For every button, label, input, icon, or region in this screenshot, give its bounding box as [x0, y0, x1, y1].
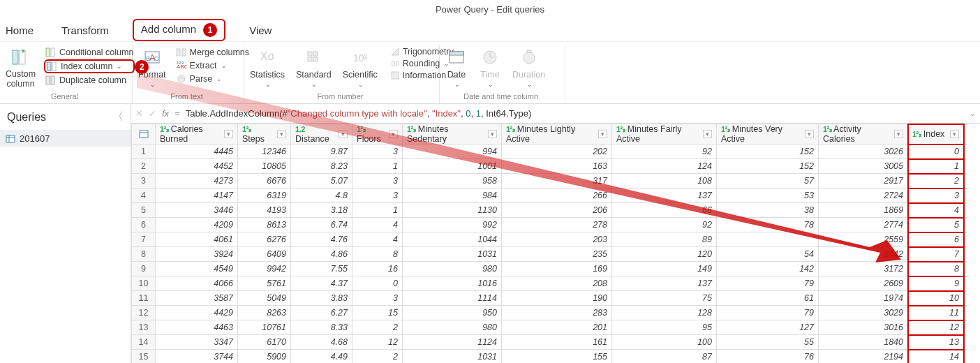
filter-dropdown-icon[interactable]: ▾	[389, 130, 398, 138]
cell[interactable]: 1	[908, 159, 964, 174]
cell[interactable]: 38	[717, 203, 819, 218]
cell[interactable]: 3026	[819, 145, 908, 159]
cell[interactable]: 1044	[403, 232, 502, 247]
tab-add-column[interactable]: Add column 1	[133, 19, 225, 41]
cell[interactable]: 12346	[238, 145, 291, 159]
cell[interactable]: 92	[612, 218, 717, 232]
cell[interactable]: 12	[352, 335, 403, 350]
cell[interactable]: 9942	[238, 262, 291, 276]
cell[interactable]: 89	[612, 232, 717, 247]
column-header[interactable]: 1²₃ Activity Calories▾	[819, 124, 908, 145]
row-number[interactable]: 11	[132, 291, 156, 306]
cell[interactable]: 7.55	[291, 262, 352, 276]
cell[interactable]: 14	[908, 350, 964, 364]
cell[interactable]: 5049	[238, 291, 291, 306]
cell[interactable]: 8613	[238, 218, 291, 232]
cell[interactable]: 8263	[238, 306, 291, 320]
row-number[interactable]: 2	[132, 159, 156, 174]
cell[interactable]: 4	[352, 218, 403, 232]
cell[interactable]: 1114	[403, 291, 502, 306]
cell[interactable]: 1124	[403, 335, 502, 350]
filter-dropdown-icon[interactable]: ▾	[277, 130, 286, 138]
cell[interactable]: 3172	[819, 262, 908, 276]
cell[interactable]: 4.86	[291, 247, 352, 262]
cell[interactable]: 190	[502, 291, 612, 306]
cell[interactable]: 7	[908, 247, 964, 262]
cell[interactable]: 152	[717, 145, 819, 159]
cell[interactable]: 3446	[156, 203, 238, 218]
row-number[interactable]: 4	[132, 188, 156, 203]
cell[interactable]: 994	[403, 145, 502, 159]
row-number[interactable]: 15	[132, 350, 156, 364]
cell[interactable]: 4209	[156, 218, 238, 232]
cell[interactable]: 1840	[819, 335, 908, 350]
cell[interactable]: 5	[908, 218, 964, 232]
cell[interactable]: 163	[502, 159, 612, 174]
parse-button[interactable]: Parse⌄	[175, 73, 251, 85]
cell[interactable]: 3744	[156, 350, 238, 364]
cell[interactable]: 1016	[403, 276, 502, 291]
cell[interactable]: 0	[352, 276, 403, 291]
cell[interactable]: 984	[403, 188, 502, 203]
data-grid[interactable]: 1²₃ Calories Burned▾1²₃ Steps▾1.2 Distan…	[131, 124, 980, 363]
cell[interactable]: 142	[717, 262, 819, 276]
cell[interactable]: 8.33	[291, 320, 352, 335]
standard-button[interactable]: Standard⌄	[293, 46, 334, 88]
cell[interactable]: 75	[612, 291, 717, 306]
cell[interactable]: 1130	[403, 203, 502, 218]
cell[interactable]: 3	[352, 188, 403, 203]
cell[interactable]: 3.18	[291, 203, 352, 218]
cell[interactable]: 11	[908, 306, 964, 320]
cell[interactable]: 3005	[819, 159, 908, 174]
cell[interactable]: 201	[502, 320, 612, 335]
cell[interactable]: 1	[352, 159, 403, 174]
cell[interactable]: 3.83	[291, 291, 352, 306]
fx-icon[interactable]: fx	[162, 108, 169, 119]
cell[interactable]: 4.76	[291, 232, 352, 247]
cell[interactable]: 206	[502, 203, 612, 218]
cell[interactable]: 4429	[156, 306, 238, 320]
cell[interactable]: 9.87	[291, 145, 352, 159]
cell[interactable]: 3	[352, 145, 403, 159]
cell[interactable]: 6170	[238, 335, 291, 350]
cell[interactable]: 4549	[156, 262, 238, 276]
cell[interactable]: 958	[403, 174, 502, 188]
cell[interactable]: 1974	[819, 291, 908, 306]
cell[interactable]: 3016	[819, 320, 908, 335]
cell[interactable]: 66	[612, 203, 717, 218]
cell[interactable]: 4.37	[291, 276, 352, 291]
cell[interactable]: 54	[717, 247, 819, 262]
cell[interactable]: 8.23	[291, 159, 352, 174]
expand-formula-icon[interactable]: ⌄	[970, 109, 976, 118]
cell[interactable]: 137	[612, 188, 717, 203]
commit-icon[interactable]: ✓	[149, 108, 156, 119]
cell[interactable]: 3924	[156, 247, 238, 262]
cell[interactable]: 55	[717, 335, 819, 350]
cell[interactable]: 120	[612, 247, 717, 262]
cell[interactable]: 2442	[819, 247, 908, 262]
cell[interactable]: 6	[908, 232, 964, 247]
cell[interactable]: 283	[502, 306, 612, 320]
cell[interactable]: 1869	[819, 203, 908, 218]
filter-dropdown-icon[interactable]: ▾	[703, 130, 712, 138]
cell[interactable]: 15	[352, 306, 403, 320]
row-number[interactable]: 3	[132, 174, 156, 188]
statistics-button[interactable]: Χσ Statistics⌄	[247, 46, 288, 88]
cell[interactable]: 57	[717, 174, 819, 188]
cell[interactable]: 6409	[238, 247, 291, 262]
filter-dropdown-icon[interactable]: ▾	[894, 130, 903, 138]
collapse-icon[interactable]: 〈	[112, 110, 124, 124]
cell[interactable]: 76	[717, 350, 819, 364]
cell[interactable]: 4463	[156, 320, 238, 335]
tab-view[interactable]: View	[245, 20, 276, 40]
cell[interactable]: 137	[612, 276, 717, 291]
cell[interactable]: 100	[612, 335, 717, 350]
cell[interactable]: 266	[502, 188, 612, 203]
column-header[interactable]: 1²₃ Minutes Lightly Active▾	[502, 124, 612, 145]
row-number[interactable]: 10	[132, 276, 156, 291]
cell[interactable]: 4193	[238, 203, 291, 218]
cell[interactable]: 6676	[238, 174, 291, 188]
cell[interactable]: 0	[908, 145, 964, 159]
cell[interactable]: 3029	[819, 306, 908, 320]
cell[interactable]: 61	[717, 291, 819, 306]
